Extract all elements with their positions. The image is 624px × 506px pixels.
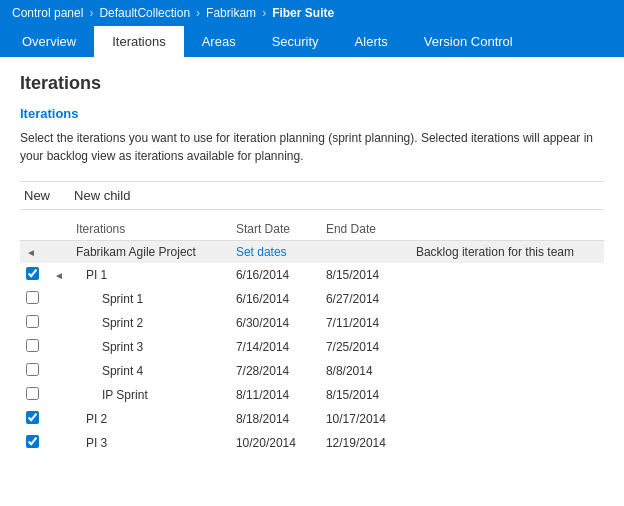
table-row: IP Sprint8/11/20148/15/2014: [20, 383, 604, 407]
expand-cell: ◄: [48, 263, 70, 287]
iterations-table: Iterations Start Date End Date ◄Fabrikam…: [20, 218, 604, 455]
start-date: 10/20/2014: [230, 431, 320, 455]
backlog-note: [410, 311, 604, 335]
expand-cell: [48, 431, 70, 455]
col-header-start-date: Start Date: [230, 218, 320, 241]
breadcrumb-sep-1: ›: [89, 6, 93, 20]
breadcrumb-sep-2: ›: [196, 6, 200, 20]
backlog-note: [410, 263, 604, 287]
table-row: Sprint 47/28/20148/8/2014: [20, 359, 604, 383]
breadcrumb-item-1[interactable]: Control panel: [12, 6, 83, 20]
table-row: PI 310/20/201412/19/2014: [20, 431, 604, 455]
iteration-checkbox[interactable]: [26, 339, 39, 352]
end-date: 8/8/2014: [320, 359, 410, 383]
backlog-note: [410, 407, 604, 431]
table-row: PI 28/18/201410/17/2014: [20, 407, 604, 431]
start-date: 6/16/2014: [230, 263, 320, 287]
set-dates-link[interactable]: Set dates: [236, 245, 287, 259]
breadcrumb-item-current: Fiber Suite: [272, 6, 334, 20]
iteration-name: PI 3: [70, 431, 230, 455]
col-header-backlog: [410, 218, 604, 241]
table-row: Sprint 37/14/20147/25/2014: [20, 335, 604, 359]
iteration-checkbox[interactable]: [26, 387, 39, 400]
table-row: ◄PI 16/16/20148/15/2014: [20, 263, 604, 287]
breadcrumb-sep-3: ›: [262, 6, 266, 20]
backlog-note: [410, 287, 604, 311]
tab-alerts[interactable]: Alerts: [337, 26, 406, 57]
iteration-name: IP Sprint: [70, 383, 230, 407]
start-date: 7/28/2014: [230, 359, 320, 383]
end-date: 12/19/2014: [320, 431, 410, 455]
iteration-checkbox[interactable]: [26, 411, 39, 424]
breadcrumb: Control panel › DefaultCollection › Fabr…: [0, 0, 624, 26]
start-date: 6/30/2014: [230, 311, 320, 335]
iteration-checkbox[interactable]: [26, 315, 39, 328]
table-row: Sprint 26/30/20147/11/2014: [20, 311, 604, 335]
iteration-name: PI 1: [70, 263, 230, 287]
table-header-row: Iterations Start Date End Date: [20, 218, 604, 241]
col-header-iterations: Iterations: [70, 218, 230, 241]
expand-cell: [48, 407, 70, 431]
expand-cell: [48, 287, 70, 311]
table-row: Sprint 16/16/20146/27/2014: [20, 287, 604, 311]
start-date: 8/18/2014: [230, 407, 320, 431]
expand-icon[interactable]: ◄: [26, 247, 36, 258]
col-header-expand: [48, 218, 70, 241]
tab-bar: Overview Iterations Areas Security Alert…: [0, 26, 624, 57]
iteration-name: Sprint 3: [70, 335, 230, 359]
iteration-name: PI 2: [70, 407, 230, 431]
end-date: 7/11/2014: [320, 311, 410, 335]
start-date: 7/14/2014: [230, 335, 320, 359]
iteration-name: Sprint 1: [70, 287, 230, 311]
end-date: [320, 241, 410, 264]
description-text: Select the iterations you want to use fo…: [20, 129, 604, 165]
iteration-checkbox[interactable]: [26, 267, 39, 280]
end-date: 6/27/2014: [320, 287, 410, 311]
expand-cell: [48, 359, 70, 383]
backlog-note: [410, 335, 604, 359]
breadcrumb-item-2[interactable]: DefaultCollection: [99, 6, 190, 20]
page-title: Iterations: [20, 73, 604, 94]
backlog-note: [410, 383, 604, 407]
expand-cell: [48, 311, 70, 335]
start-date: 8/11/2014: [230, 383, 320, 407]
breadcrumb-item-3[interactable]: Fabrikam: [206, 6, 256, 20]
new-child-button[interactable]: New child: [70, 188, 134, 203]
iteration-name: Sprint 2: [70, 311, 230, 335]
iteration-checkbox[interactable]: [26, 291, 39, 304]
iteration-name: Fabrikam Agile Project: [70, 241, 230, 264]
tab-iterations[interactable]: Iterations: [94, 26, 183, 57]
end-date: 7/25/2014: [320, 335, 410, 359]
col-header-check: [20, 218, 48, 241]
iteration-checkbox[interactable]: [26, 435, 39, 448]
content-area: Iterations Iterations Select the iterati…: [0, 57, 624, 471]
end-date: 10/17/2014: [320, 407, 410, 431]
new-button[interactable]: New: [20, 188, 54, 203]
tab-security[interactable]: Security: [254, 26, 337, 57]
tab-areas[interactable]: Areas: [184, 26, 254, 57]
sub-expand-icon[interactable]: ◄: [54, 270, 64, 281]
table-row: ◄Fabrikam Agile ProjectSet datesBacklog …: [20, 241, 604, 264]
iteration-name: Sprint 4: [70, 359, 230, 383]
end-date: 8/15/2014: [320, 263, 410, 287]
section-title: Iterations: [20, 106, 604, 121]
end-date: 8/15/2014: [320, 383, 410, 407]
start-date: 6/16/2014: [230, 287, 320, 311]
start-date: Set dates: [230, 241, 320, 264]
expand-cell: [48, 383, 70, 407]
backlog-note: [410, 431, 604, 455]
iteration-checkbox[interactable]: [26, 363, 39, 376]
expand-cell: [48, 335, 70, 359]
tab-overview[interactable]: Overview: [4, 26, 94, 57]
toolbar: New New child: [20, 181, 604, 210]
tab-version-control[interactable]: Version Control: [406, 26, 531, 57]
backlog-note: Backlog iteration for this team: [410, 241, 604, 264]
backlog-note: [410, 359, 604, 383]
col-header-end-date: End Date: [320, 218, 410, 241]
expand-cell: [48, 241, 70, 264]
